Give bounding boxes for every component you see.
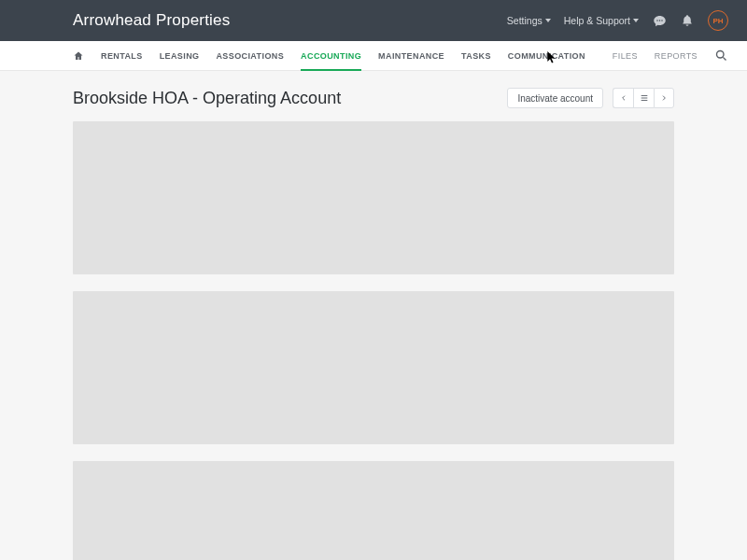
- pager-prev-button[interactable]: [613, 88, 633, 108]
- svg-point-0: [656, 20, 658, 21]
- nav-accounting[interactable]: ACCOUNTING: [301, 41, 361, 70]
- loading-placeholder: [73, 291, 674, 444]
- help-support-menu[interactable]: Help & Support: [564, 15, 639, 26]
- avatar-initials: PH: [712, 17, 723, 25]
- page-title: Brookside HOA - Operating Account: [73, 89, 341, 108]
- chevron-down-icon: [545, 19, 551, 22]
- pager-list-button[interactable]: [633, 88, 654, 108]
- loading-placeholder: [73, 461, 674, 560]
- nav-leasing[interactable]: LEASING: [160, 41, 200, 70]
- svg-point-2: [661, 20, 663, 21]
- nav-rentals[interactable]: RENTALS: [101, 41, 143, 70]
- svg-point-3: [717, 51, 725, 59]
- page-header: Brookside HOA - Operating Account Inacti…: [73, 71, 674, 121]
- page-body: Brookside HOA - Operating Account Inacti…: [0, 71, 747, 560]
- chevron-down-icon: [633, 19, 639, 22]
- pager-group: [613, 88, 674, 108]
- nav-associations[interactable]: ASSOCIATIONS: [216, 41, 284, 70]
- nav-maintenance[interactable]: MAINTENANCE: [378, 41, 444, 70]
- bell-icon[interactable]: [680, 13, 695, 28]
- top-bar: Arrowhead Properties Settings Help & Sup…: [0, 0, 747, 41]
- brand-name: Arrowhead Properties: [73, 11, 230, 30]
- inactivate-account-button[interactable]: Inactivate account: [507, 88, 603, 108]
- svg-point-1: [658, 20, 660, 21]
- settings-label: Settings: [507, 15, 543, 26]
- nav-bar: RENTALS LEASING ASSOCIATIONS ACCOUNTING …: [0, 41, 747, 71]
- search-icon[interactable]: [714, 41, 728, 70]
- nav-files[interactable]: FILES: [613, 41, 638, 70]
- nav-communication[interactable]: COMMUNICATION: [508, 41, 585, 70]
- loading-placeholder: [73, 121, 674, 274]
- settings-menu[interactable]: Settings: [507, 15, 551, 26]
- user-avatar[interactable]: PH: [708, 10, 728, 31]
- help-label: Help & Support: [564, 15, 630, 26]
- nav-home[interactable]: [73, 41, 84, 70]
- chat-icon[interactable]: [652, 13, 667, 28]
- nav-reports[interactable]: REPORTS: [655, 41, 698, 70]
- nav-tasks[interactable]: TASKS: [461, 41, 491, 70]
- pager-next-button[interactable]: [654, 88, 674, 108]
- svg-line-4: [723, 57, 726, 60]
- main-scroll[interactable]: Arrowhead Properties Settings Help & Sup…: [0, 0, 747, 560]
